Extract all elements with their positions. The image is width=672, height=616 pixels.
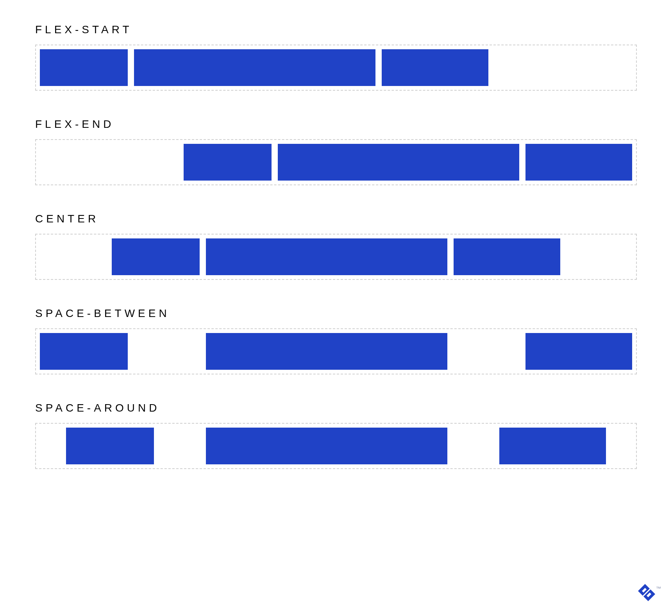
section-label: SPACE-AROUND bbox=[35, 402, 637, 414]
flex-item bbox=[206, 428, 447, 464]
flex-item bbox=[382, 49, 488, 86]
trademark-symbol: ™ bbox=[656, 586, 661, 591]
section-space-between: SPACE-BETWEEN bbox=[35, 307, 637, 374]
section-flex-start: FLEX-START bbox=[35, 23, 637, 91]
flex-container bbox=[35, 139, 637, 185]
flex-container bbox=[35, 328, 637, 374]
flex-item bbox=[134, 49, 375, 86]
flex-container bbox=[35, 423, 637, 469]
flex-item bbox=[40, 49, 128, 86]
toptal-logo-icon bbox=[638, 584, 655, 605]
section-label: SPACE-BETWEEN bbox=[35, 307, 637, 320]
section-center: CENTER bbox=[35, 213, 637, 280]
flex-item bbox=[499, 428, 606, 464]
flex-item bbox=[278, 144, 519, 181]
flex-item bbox=[206, 238, 447, 275]
toptal-logo: ™ bbox=[638, 584, 661, 605]
flex-item bbox=[206, 333, 447, 370]
section-label: CENTER bbox=[35, 213, 637, 225]
flex-container bbox=[35, 45, 637, 91]
flex-item bbox=[454, 238, 560, 275]
flex-item bbox=[66, 428, 154, 464]
flex-item bbox=[112, 238, 200, 275]
flex-item bbox=[525, 333, 632, 370]
section-label: FLEX-END bbox=[35, 118, 637, 131]
section-flex-end: FLEX-END bbox=[35, 118, 637, 185]
section-label: FLEX-START bbox=[35, 23, 637, 36]
flex-item bbox=[40, 333, 128, 370]
flex-container bbox=[35, 234, 637, 280]
flex-item bbox=[184, 144, 272, 181]
section-space-around: SPACE-AROUND bbox=[35, 402, 637, 469]
flex-item bbox=[525, 144, 632, 181]
